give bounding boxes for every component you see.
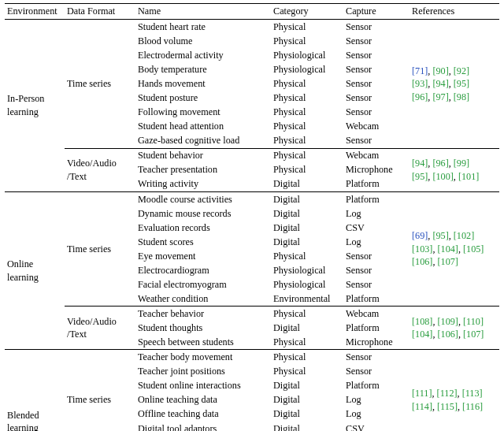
citation-link[interactable]: [106]: [438, 329, 458, 340]
category-value: Digital: [271, 177, 343, 192]
measurement-name: Body temperature: [135, 62, 271, 76]
category-value: Physiological: [271, 48, 343, 62]
citation-link[interactable]: [104]: [412, 329, 432, 340]
citation-link[interactable]: [94]: [432, 78, 448, 89]
measurement-name: Online teaching data: [135, 393, 271, 407]
col-header-environment: Environment: [5, 4, 65, 20]
citation-link[interactable]: [113]: [462, 388, 483, 399]
citation-link[interactable]: [106]: [412, 256, 432, 267]
citation-link[interactable]: [115]: [437, 401, 458, 412]
data-format-label: Time series: [65, 20, 135, 149]
citation-link[interactable]: [111]: [412, 388, 432, 399]
environment-label: Onlinelearning: [5, 191, 65, 350]
citation-link[interactable]: [93]: [412, 78, 428, 89]
category-value: Digital: [271, 422, 343, 431]
data-format-label: Time series: [65, 350, 135, 431]
capture-value: Webcam: [343, 307, 410, 321]
category-value: Physiological: [271, 277, 343, 292]
capture-value: Sensor: [343, 134, 410, 149]
capture-value: Webcam: [343, 148, 410, 163]
category-value: Digital: [271, 221, 343, 235]
references-cell: [69], [95], [102][103], [104], [105][106…: [410, 191, 499, 307]
citation-link[interactable]: [92]: [454, 65, 469, 76]
citation-link[interactable]: [98]: [454, 91, 469, 102]
measurement-name: Electrocardiogram: [135, 263, 271, 277]
table-row: OnlinelearningTime seriesMoodle course a…: [5, 191, 499, 206]
measurement-name: Student posture: [135, 91, 271, 105]
measurement-name: Student behavior: [135, 148, 271, 163]
category-value: Physical: [271, 20, 343, 35]
citation-link[interactable]: [110]: [463, 316, 484, 327]
citation-link[interactable]: [90]: [432, 65, 448, 76]
capture-value: Webcam: [343, 119, 410, 133]
citation-link[interactable]: [69]: [412, 230, 428, 241]
measurement-name: Digital tool adaptors: [135, 422, 271, 431]
category-value: Physical: [271, 335, 343, 350]
citation-link[interactable]: [107]: [463, 329, 484, 340]
capture-value: Sensor: [343, 365, 410, 379]
table-row: Video/Audio/TextStudent behaviorPhysical…: [5, 148, 499, 163]
measurement-name: Moodle course activities: [135, 191, 271, 206]
measurement-name: Student scores: [135, 235, 271, 249]
citation-link[interactable]: [102]: [454, 230, 474, 241]
category-value: Digital: [271, 191, 343, 206]
category-value: Environmental: [271, 292, 343, 307]
data-format-label: Time series: [65, 191, 135, 307]
table-row: In-PersonlearningTime seriesStudent hear…: [5, 20, 499, 35]
measurement-name: Dynamic mouse records: [135, 206, 271, 221]
table-header-row: Environment Data Format Name Category Ca…: [5, 4, 499, 20]
capture-value: Log: [343, 206, 410, 221]
citation-link[interactable]: [104]: [438, 243, 458, 255]
measurement-name: Teacher behavior: [135, 307, 271, 321]
citation-link[interactable]: [105]: [463, 243, 484, 255]
category-value: Physiological: [271, 263, 343, 277]
category-value: Digital: [271, 393, 343, 407]
capture-value: Platform: [343, 292, 410, 307]
category-value: Physical: [271, 163, 343, 177]
citation-link[interactable]: [107]: [438, 256, 458, 267]
capture-value: Sensor: [343, 105, 410, 119]
references-cell: [108], [109], [110][104], [106], [107]: [410, 307, 499, 350]
measurement-name: Gaze-based cognitive load: [135, 134, 271, 149]
citation-link[interactable]: [96]: [432, 158, 448, 169]
references-cell: [111], [112], [113][114], [115], [116]: [410, 350, 499, 431]
citation-link[interactable]: [100]: [432, 171, 453, 182]
capture-value: Log: [343, 393, 410, 407]
capture-value: Sensor: [343, 34, 410, 48]
references-cell: [94], [96], [99][95], [100], [101]: [410, 148, 499, 191]
citation-link[interactable]: [96]: [412, 91, 428, 102]
category-value: Digital: [271, 407, 343, 422]
category-value: Physical: [271, 350, 343, 365]
citation-link[interactable]: [95]: [432, 230, 448, 241]
citation-link[interactable]: [108]: [412, 316, 432, 327]
data-format-label: Video/Audio/Text: [65, 148, 135, 191]
citation-link[interactable]: [103]: [412, 243, 432, 255]
citation-link[interactable]: [109]: [438, 316, 458, 327]
citation-link[interactable]: [99]: [454, 158, 469, 169]
capture-value: Sensor: [343, 62, 410, 76]
citation-link[interactable]: [101]: [458, 171, 479, 182]
data-modalities-table: Environment Data Format Name Category Ca…: [5, 3, 499, 431]
capture-value: Sensor: [343, 263, 410, 277]
citation-link[interactable]: [95]: [454, 78, 469, 89]
citation-link[interactable]: [94]: [412, 158, 428, 169]
col-header-capture: Capture: [343, 4, 410, 20]
category-value: Physical: [271, 134, 343, 149]
environment-label: Blendedlearning: [5, 350, 65, 431]
capture-value: Log: [343, 407, 410, 422]
citation-link[interactable]: [114]: [412, 401, 432, 412]
citation-link[interactable]: [71]: [412, 65, 428, 76]
measurement-name: Hands movement: [135, 76, 271, 91]
measurement-name: Electrodermal activity: [135, 48, 271, 62]
measurement-name: Facial electromyogram: [135, 277, 271, 292]
col-header-data-format: Data Format: [65, 4, 135, 20]
citation-link[interactable]: [97]: [432, 91, 448, 102]
citation-link[interactable]: [112]: [437, 388, 458, 399]
col-header-category: Category: [271, 4, 343, 20]
citation-link[interactable]: [95]: [412, 171, 428, 182]
citation-link[interactable]: [116]: [462, 401, 483, 412]
measurement-name: Student head attention: [135, 119, 271, 133]
measurement-name: Student heart rate: [135, 20, 271, 35]
capture-value: CSV: [343, 221, 410, 235]
col-header-references: References: [410, 4, 499, 20]
